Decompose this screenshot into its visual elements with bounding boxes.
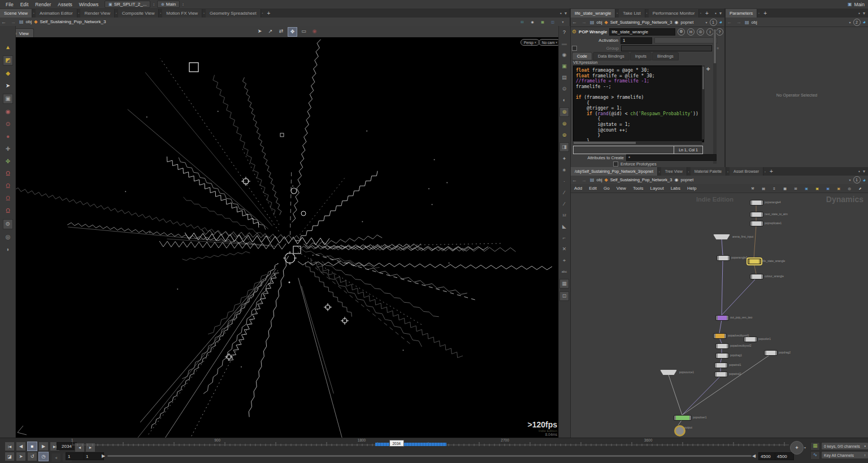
autokey-button[interactable]: ◪ — [5, 452, 15, 461]
wire-shaded-icon[interactable]: ✦ — [560, 155, 568, 163]
pane-menu-icon[interactable]: ▪ — [858, 169, 860, 174]
snapshot-tool-icon[interactable]: ◎ — [3, 233, 12, 242]
grid-snap-icon[interactable]: ▦ — [782, 185, 788, 192]
dynamics-tool-icon[interactable]: ⇄ — [277, 27, 285, 36]
forward-icon[interactable]: → — [735, 19, 743, 25]
profiles-icon[interactable]: ⌐ — [560, 234, 568, 242]
node-out-pop-vex-two[interactable] — [715, 315, 729, 321]
network-box-icon[interactable]: ▣ — [824, 185, 831, 192]
caret-icon[interactable]: ▾ — [849, 178, 851, 182]
code-expand-icon[interactable]: ✚ — [706, 67, 710, 72]
net-menu-help[interactable]: Help — [684, 186, 700, 191]
menu-render[interactable]: Render — [32, 2, 54, 7]
edit-icon[interactable]: ● — [3, 132, 12, 141]
net-menu-edit[interactable]: Edit — [585, 186, 600, 191]
brush-select-icon[interactable]: ◆ — [3, 69, 12, 78]
node-popadvectbyvol2[interactable] — [715, 343, 729, 349]
range-slider-right-handle[interactable]: ◀ — [752, 453, 756, 458]
tab-composite-view[interactable]: Composite View — [118, 9, 159, 18]
pane-caret-icon[interactable]: ▾ — [863, 169, 865, 174]
caret-icon[interactable]: ▾ — [559, 19, 566, 25]
substep-input[interactable]: 1 — [84, 452, 104, 460]
magnifier-icon[interactable]: ◎ — [697, 28, 704, 36]
node-popadvectbyvol1[interactable] — [713, 333, 727, 339]
tab-motion-fx-view[interactable]: Motion FX View — [162, 9, 202, 18]
tab-scene-view[interactable]: Scene View — [0, 9, 32, 18]
node-output[interactable] — [674, 425, 685, 436]
xray-icon[interactable]: ✕ — [560, 245, 568, 254]
node-popwrangle4[interactable] — [750, 200, 763, 206]
layout-icon[interactable]: ◫ — [549, 19, 556, 25]
shade-icon[interactable]: ◐ — [560, 96, 568, 104]
path-root[interactable]: obj — [752, 20, 757, 25]
pane-menu-icon[interactable]: ▪ — [715, 11, 717, 16]
net-menu-tools[interactable]: Tools — [630, 186, 647, 191]
link-number-badge[interactable]: 2 — [853, 19, 861, 26]
customize-icon[interactable]: ⚒ — [749, 185, 756, 192]
link-number-badge[interactable]: 1 — [853, 176, 861, 184]
node-name-input[interactable]: life_state_wrangle — [609, 28, 675, 36]
tile-layout-icon[interactable]: ⊞ — [792, 185, 799, 192]
move-icon[interactable]: ✚ — [3, 145, 12, 154]
light-normal-icon[interactable]: ⊚ — [560, 120, 568, 128]
pin-icon[interactable]: ◕ — [719, 19, 722, 25]
tab-material-palette[interactable]: Material Palette — [691, 167, 727, 176]
box-tool-icon[interactable]: ▭ — [300, 27, 308, 36]
folder-tab-data-bindings[interactable]: Data Bindings — [593, 52, 630, 60]
normals-icon[interactable]: ◣ — [560, 222, 568, 231]
new-tab-button[interactable]: + — [264, 10, 273, 16]
node-popsolver1[interactable] — [674, 415, 692, 421]
forward-icon[interactable]: → — [580, 19, 588, 25]
path-root[interactable]: obj — [26, 19, 32, 24]
objects-icon[interactable]: ▣ — [560, 62, 568, 71]
forward-icon[interactable]: → — [580, 177, 588, 183]
question-icon[interactable]: ? — [716, 28, 723, 36]
path-node[interactable]: Self_Sustaining_Pop_Network_3 — [40, 19, 106, 24]
back-icon[interactable]: ← — [0, 19, 7, 25]
pane-scrollbar[interactable] — [713, 28, 717, 164]
forward-icon[interactable]: → — [10, 19, 17, 25]
tab-asset-browser[interactable]: Asset Browser — [730, 167, 763, 176]
desktop-main-label[interactable]: Main — [854, 2, 865, 7]
range-end2-input[interactable]: 4500 — [775, 452, 794, 460]
key-caret-icon[interactable]: ▾ — [804, 445, 806, 449]
points-icon[interactable]: ∗ — [560, 166, 568, 174]
quickmark-icon[interactable]: ⬈ — [857, 185, 863, 192]
desktop-tab-sr-split-2[interactable]: ▣SR_SPLIT_2_... — [105, 1, 150, 8]
path-node[interactable]: Self_Sustaining_Pop_Network_3 — [610, 20, 672, 25]
node-popdrag2[interactable] — [764, 350, 778, 356]
group-menu-icon[interactable]: ≡ — [717, 46, 719, 50]
realtime-button[interactable]: ◷ — [38, 452, 49, 461]
prim-line-icon[interactable]: ∕ — [560, 189, 568, 197]
range-slider-left-handle[interactable]: ▶ — [102, 453, 105, 458]
path-sub[interactable]: popnet — [680, 177, 693, 182]
pane-menu-icon[interactable]: ▪ — [560, 11, 562, 16]
shadows-icon[interactable]: ◨ — [559, 142, 569, 152]
playhead-marker[interactable]: 2034 — [389, 440, 404, 447]
jump-start-button[interactable]: |◀ — [5, 442, 15, 451]
transform-tool-icon[interactable]: ↗ — [266, 27, 275, 36]
group-checkbox[interactable] — [572, 46, 577, 51]
new-tab-button[interactable]: + — [702, 10, 711, 16]
gear-icon[interactable]: ⚙ — [678, 28, 685, 36]
desktop-tab-main[interactable]: ⊕Main — [157, 1, 180, 8]
stop-button[interactable]: ■ — [27, 442, 37, 451]
net-menu-go[interactable]: Go — [600, 186, 613, 191]
node-colour-wrangle[interactable] — [750, 274, 763, 279]
pane-caret-icon[interactable]: ▾ — [863, 11, 865, 16]
tab-render-view[interactable]: Render View — [80, 9, 115, 18]
node-popcolor1[interactable] — [744, 337, 757, 342]
path-node[interactable]: Self_Sustaining_Pop_Network_3 — [610, 177, 672, 182]
handle-tool-icon[interactable]: ✥ — [288, 27, 297, 37]
light-default-icon[interactable]: ⊚ — [559, 107, 569, 117]
divider-icon[interactable]: ▬ — [560, 40, 568, 48]
key-button[interactable]: ✦ — [790, 441, 804, 455]
construction-plane-icon[interactable]: ⚙ — [3, 219, 13, 229]
tab-handle-icon[interactable]: ↕ — [182, 2, 184, 6]
caret-icon[interactable]: ▾ — [849, 20, 851, 24]
grid-toggle-icon[interactable]: ▦ — [539, 19, 546, 25]
path-sub[interactable]: popnet — [680, 20, 693, 25]
persp-pill[interactable]: Persp ▾ — [520, 39, 540, 46]
volume-icon[interactable]: ⊡ — [559, 291, 569, 301]
abc-markers-icon[interactable]: abc — [560, 268, 568, 276]
